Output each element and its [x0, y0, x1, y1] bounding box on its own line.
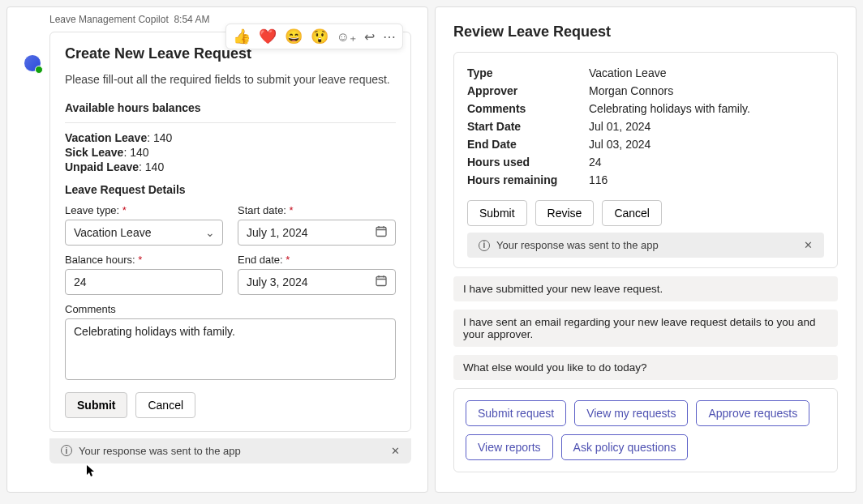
- review-card: TypeVacation Leave ApproverMorgan Connor…: [453, 52, 838, 268]
- end-date-field: End date: *: [238, 254, 396, 295]
- table-row: ApproverMorgan Connors: [467, 82, 824, 100]
- status-text: Your response was sent to the app: [496, 239, 659, 251]
- submit-button[interactable]: Submit: [467, 200, 527, 226]
- bot-message: I have sent an email regarding your new …: [453, 310, 838, 347]
- close-icon[interactable]: ✕: [804, 239, 813, 251]
- avatar: [24, 54, 41, 72]
- suggested-actions: Submit request View my requests Approve …: [453, 388, 838, 472]
- submit-button[interactable]: Submit: [65, 392, 127, 418]
- table-row: End DateJul 03, 2024: [467, 135, 824, 153]
- table-row: Start DateJul 01, 2024: [467, 117, 824, 135]
- bot-message: What else would you like to do today?: [453, 355, 838, 380]
- reaction-bar: 👍 ❤️ 😄 😲 ☺︎₊ ↩︎ ⋯: [225, 23, 403, 49]
- end-date-label: End date: *: [238, 254, 396, 266]
- presence-icon: [35, 66, 43, 74]
- details-heading: Leave Request Details: [65, 183, 396, 196]
- chip-submit-request[interactable]: Submit request: [466, 400, 566, 426]
- balance-hours-field: Balance hours: *: [65, 254, 223, 295]
- more-icon[interactable]: ⋯: [383, 29, 396, 45]
- close-icon[interactable]: ✕: [391, 445, 400, 457]
- balance-hours-input[interactable]: [65, 269, 223, 295]
- heart-icon[interactable]: ❤️: [259, 28, 277, 45]
- message-header: Leave Management Copilot 8:54 AM: [7, 7, 427, 25]
- chip-view-reports[interactable]: View reports: [466, 434, 553, 460]
- comments-textarea[interactable]: Celebrating holidays with family.: [65, 318, 396, 380]
- balance-row: Unpaid Leave: 140: [65, 160, 396, 173]
- bot-message: I have submitted your new leave request.: [453, 276, 838, 301]
- balance-hours-label: Balance hours: *: [65, 254, 223, 266]
- cancel-button[interactable]: Cancel: [602, 200, 662, 226]
- timestamp: 8:54 AM: [174, 14, 209, 25]
- cursor-icon: [87, 465, 97, 478]
- review-title: Review Leave Request: [453, 23, 838, 41]
- table-row: Hours used24: [467, 153, 824, 171]
- status-text: Your response was sent to the app: [79, 445, 241, 457]
- leave-type-label: Leave type: *: [65, 204, 223, 216]
- balance-row: Sick Leave: 140: [65, 146, 396, 159]
- balances-heading: Available hours balances: [65, 101, 396, 114]
- table-row: TypeVacation Leave: [467, 64, 824, 82]
- comments-field: Comments Celebrating holidays with famil…: [65, 303, 396, 382]
- balances-list: Vacation Leave: 140 Sick Leave: 140 Unpa…: [65, 131, 396, 173]
- leave-type-select[interactable]: [65, 220, 223, 246]
- leave-type-field: Leave type: * ⌄: [65, 204, 223, 246]
- cancel-button[interactable]: Cancel: [135, 392, 195, 418]
- status-bar: i Your response was sent to the app ✕: [467, 233, 824, 258]
- chip-view-my-requests[interactable]: View my requests: [574, 400, 688, 426]
- balance-row: Vacation Leave: 140: [65, 131, 396, 144]
- create-leave-card: Create New Leave Request Please fill-out…: [49, 32, 411, 432]
- sender-name: Leave Management Copilot: [49, 14, 169, 25]
- status-bar: i Your response was sent to the app ✕: [49, 438, 411, 463]
- chip-ask-policy-questions[interactable]: Ask policy questions: [561, 434, 689, 460]
- table-row: CommentsCelebrating holidays with family…: [467, 100, 824, 117]
- info-icon: i: [479, 240, 490, 251]
- end-date-input[interactable]: [238, 269, 396, 295]
- thumbs-up-icon[interactable]: 👍: [233, 28, 251, 45]
- review-table: TypeVacation Leave ApproverMorgan Connor…: [467, 64, 824, 189]
- surprised-icon[interactable]: 😲: [311, 28, 328, 45]
- reply-icon[interactable]: ↩︎: [364, 29, 375, 45]
- left-pane: 👍 ❤️ 😄 😲 ☺︎₊ ↩︎ ⋯ Leave Management Copil…: [6, 6, 428, 493]
- card-description: Please fill-out all the required fields …: [65, 72, 396, 88]
- chip-approve-requests[interactable]: Approve requests: [696, 400, 809, 426]
- table-row: Hours remaining116: [467, 171, 824, 189]
- start-date-label: Start date: *: [238, 204, 396, 216]
- right-pane: Review Leave Request TypeVacation Leave …: [435, 6, 857, 493]
- emoji-add-icon[interactable]: ☺︎₊: [337, 29, 356, 45]
- start-date-input[interactable]: [238, 220, 396, 246]
- laugh-icon[interactable]: 😄: [285, 28, 303, 45]
- info-icon: i: [61, 445, 72, 456]
- start-date-field: Start date: *: [238, 204, 396, 246]
- comments-label: Comments: [65, 303, 396, 315]
- divider: [65, 122, 396, 123]
- revise-button[interactable]: Revise: [535, 200, 595, 226]
